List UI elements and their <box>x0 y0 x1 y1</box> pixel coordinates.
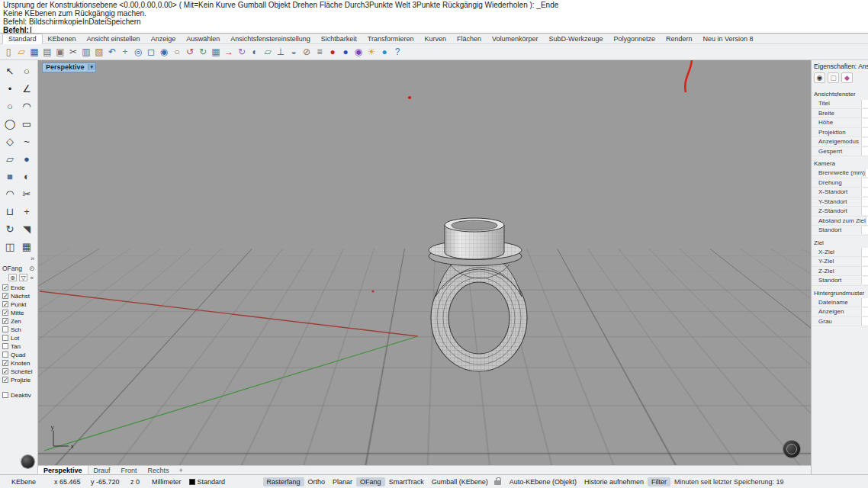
osnap-toggle[interactable]: Ende <box>2 284 36 291</box>
pan-icon[interactable]: + <box>119 46 131 59</box>
undo-view-icon[interactable]: ↺ <box>184 46 196 59</box>
arc-icon[interactable]: ◠ <box>19 98 35 114</box>
toolbar-tab[interactable]: Flächen <box>452 34 487 43</box>
lock-object-icon[interactable]: ⊘ <box>301 46 313 59</box>
property-value-field[interactable] <box>861 109 868 117</box>
property-value-field[interactable] <box>861 267 868 275</box>
osnap-toggle[interactable]: Lot <box>2 334 36 342</box>
property-value-field[interactable] <box>861 298 868 307</box>
display-mode-icon[interactable]: ▢ <box>828 72 839 83</box>
save-icon[interactable]: ▦ <box>28 46 40 59</box>
toolbar-tab[interactable]: KEbenen <box>43 34 82 43</box>
property-value-field[interactable] <box>861 100 868 108</box>
property-value-field[interactable] <box>861 207 868 216</box>
viewport-info-icon[interactable]: ◉ <box>814 72 825 83</box>
checkbox[interactable] <box>2 310 8 316</box>
copy-to-clipboard-icon[interactable]: ▣ <box>54 46 66 59</box>
move-icon[interactable]: + <box>19 204 35 220</box>
property-value-field[interactable] <box>861 197 868 206</box>
property-value-field[interactable] <box>861 147 868 156</box>
cplane-icon[interactable]: ▱ <box>262 46 274 59</box>
view-navigation-ball[interactable] <box>783 441 800 458</box>
scale-icon[interactable]: ◥ <box>19 221 35 237</box>
circle-icon[interactable]: ○ <box>2 98 18 114</box>
rotate-tool-icon[interactable]: ↻ <box>2 221 18 237</box>
layer-button[interactable]: Standard <box>185 477 230 486</box>
hide-object-icon[interactable]: ◒ <box>288 46 300 59</box>
render-settings-icon[interactable]: ◆ <box>841 72 853 83</box>
property-value-field[interactable] <box>861 258 868 266</box>
property-value-field[interactable] <box>865 169 868 178</box>
checkbox[interactable] <box>2 318 8 324</box>
point-icon[interactable]: • <box>2 81 18 97</box>
property-value-field[interactable] <box>861 119 868 127</box>
osnap-toggle[interactable]: Zen <box>2 317 36 325</box>
toolbar-tab[interactable]: Anzeige <box>146 34 182 43</box>
property-value-field[interactable] <box>861 317 868 326</box>
osnap-disable-toggle[interactable]: Deaktiv <box>2 391 36 399</box>
help-icon[interactable]: ? <box>391 46 403 59</box>
render-blue-sphere-icon[interactable]: ● <box>339 46 352 59</box>
ortho-toggle[interactable]: Ortho <box>304 477 330 486</box>
viewport-tab[interactable]: Rechts <box>143 466 175 474</box>
viewport-tab[interactable]: Front <box>116 466 143 474</box>
toolbar-tab[interactable]: SubD-Werkzeuge <box>544 34 609 43</box>
perspective-viewport[interactable]: x y Perspektive ▾ <box>38 60 811 465</box>
viewport-tab[interactable]: Drauf <box>88 466 116 474</box>
properties-list-icon[interactable]: ≡ <box>313 46 326 59</box>
render-purple-sphere-icon[interactable]: ◉ <box>352 46 365 59</box>
new-file-icon[interactable]: ▯ <box>2 46 14 59</box>
units-button[interactable]: Millimeter <box>148 477 185 486</box>
undo-icon[interactable]: ↶ <box>106 46 118 59</box>
osnap-toggle[interactable]: Nächst <box>2 292 36 300</box>
osnap-toggle[interactable]: Quad <box>2 351 36 358</box>
copy-icon[interactable]: ▥ <box>80 46 92 59</box>
command-prompt[interactable]: Befehl: <box>3 26 865 34</box>
checkbox[interactable] <box>2 335 8 341</box>
polyline-icon[interactable]: ∠ <box>19 81 35 97</box>
more-tools-chevron[interactable]: » <box>0 255 37 262</box>
redo-view-icon[interactable]: ↻ <box>197 46 209 59</box>
property-value-field[interactable] <box>861 138 868 146</box>
boolean-icon[interactable]: ◐ <box>19 169 35 185</box>
toolbar-tab[interactable]: Auswählen <box>181 34 225 43</box>
select-icon[interactable]: ↖ <box>2 63 18 79</box>
record-history-toggle[interactable]: Historie aufnehmen <box>580 477 648 486</box>
toolbar-tab[interactable]: Ansicht einstellen <box>82 34 146 43</box>
osnap-toggle[interactable]: Scheitel <box>2 368 36 375</box>
grid-snap-toggle[interactable]: Rasterfang <box>263 477 304 486</box>
cplane-button[interactable]: KEbene <box>8 477 40 486</box>
print-icon[interactable]: ▤ <box>41 46 53 59</box>
checkbox[interactable] <box>2 377 8 383</box>
zoom-dynamic-icon[interactable]: ◎ <box>132 46 144 59</box>
property-value-field[interactable] <box>861 248 868 256</box>
viewport-tab[interactable]: Perspektive <box>38 466 88 474</box>
mirror-icon[interactable]: ◫ <box>2 239 18 255</box>
viewport-title[interactable]: Perspektive ▾ <box>42 63 96 72</box>
osnap-toggle[interactable]: OFang <box>356 477 385 486</box>
box-icon[interactable]: ■ <box>2 169 18 185</box>
sphere-icon[interactable]: ● <box>19 151 35 167</box>
ortho-grid-icon[interactable]: ⊥ <box>275 46 287 59</box>
trim-icon[interactable]: ✂ <box>19 186 35 202</box>
toolbar-tab[interactable]: Kurven <box>419 34 452 43</box>
osnap-target-icon[interactable]: ⊕ <box>8 274 17 281</box>
osnap-toggle[interactable]: Knoten <box>2 359 36 367</box>
join-icon[interactable]: ⊔ <box>2 204 18 220</box>
toolbar-tab[interactable]: Polygonnetze <box>608 34 661 43</box>
viewport-title-menu-icon[interactable]: ▾ <box>88 64 96 70</box>
osnap-toggle[interactable]: Tan <box>2 342 36 350</box>
checkbox[interactable] <box>2 293 8 299</box>
auto-cplane-toggle[interactable]: Auto-KEbene (Objekt) <box>506 477 580 486</box>
checkbox[interactable] <box>2 360 8 366</box>
render-red-sphere-icon[interactable]: ● <box>326 46 339 59</box>
fillet-icon[interactable]: ◠ <box>2 186 18 202</box>
checkbox[interactable] <box>2 301 8 307</box>
open-file-icon[interactable]: ▱ <box>15 46 27 59</box>
zoom-selected-icon[interactable]: ○ <box>171 46 183 59</box>
checkbox[interactable] <box>2 343 8 349</box>
property-value-field[interactable] <box>861 226 868 235</box>
toolbar-tab[interactable]: Volumenkörper <box>487 34 544 43</box>
globe-icon[interactable]: ● <box>378 46 391 59</box>
sidebar-bottom-sphere-icon[interactable] <box>21 455 34 468</box>
